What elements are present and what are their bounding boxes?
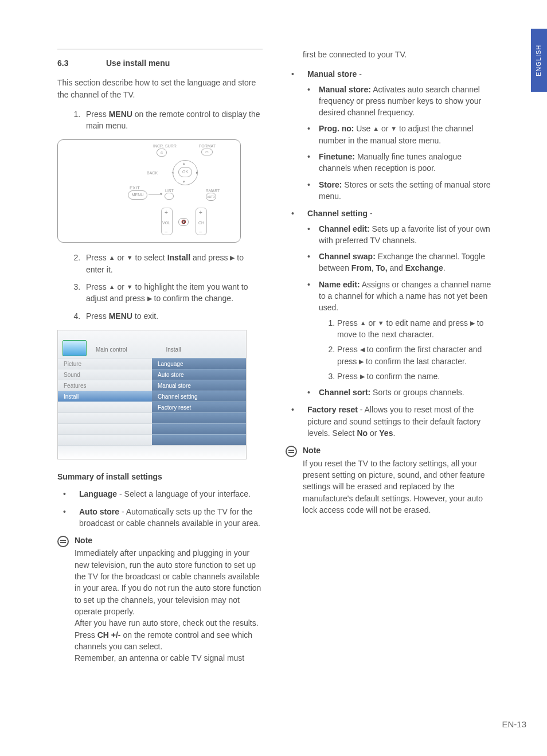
left-column: 6.3 Use install menu This section descri… <box>57 49 264 664</box>
channel-setting-block: Channel setting - Channel edit: Sets up … <box>291 208 492 398</box>
step-3: Press ▲ or ▼ to highlight the item you w… <box>83 281 264 305</box>
page-number: EN-13 <box>502 718 526 731</box>
menu-left-col: Picture Sound Features Install <box>58 358 152 445</box>
page-body: 6.3 Use install menu This section descri… <box>57 49 493 664</box>
remote-figure: INCR. SURR FORMAT ⎌ ▭ BACK OK ▴ ▾ ◂ ▸ EX… <box>57 139 241 243</box>
factory-reset-block: Factory reset - Allows you to reset most… <box>291 404 492 439</box>
intro-text: This section describe how to set the lan… <box>57 77 264 100</box>
steps-list-2: Press ▲ or ▼ to select Install and press… <box>57 252 264 321</box>
tv-thumbnail-icon <box>62 340 87 356</box>
note-icon <box>57 536 69 547</box>
language-tab: ENGLISH <box>531 29 547 92</box>
summary-list: Language - Select a language of your int… <box>57 488 264 529</box>
steps-list-1: Press MENU on the remote control to disp… <box>57 108 264 132</box>
step-1: Press MENU on the remote control to disp… <box>83 108 264 132</box>
menu-right-col: Language Auto store Manual store Channel… <box>152 358 246 445</box>
menu-screenshot: Main control Install Picture Sound Featu… <box>57 330 247 459</box>
section-heading: 6.3 Use install menu <box>57 57 264 69</box>
summary-heading: Summary of install settings <box>57 471 264 482</box>
note-icon <box>286 446 297 457</box>
step-4: Press MENU to exit. <box>83 310 264 322</box>
note-1: Note Immediately after unpacking and plu… <box>57 535 264 664</box>
note-2: Note If you reset the TV to the factory … <box>286 445 492 516</box>
right-column: first be connected to your TV. Manual st… <box>286 49 492 664</box>
step-2: Press ▲ or ▼ to select Install and press… <box>83 252 264 275</box>
manual-store-block: Manual store - Manual store: Activates a… <box>286 68 492 439</box>
